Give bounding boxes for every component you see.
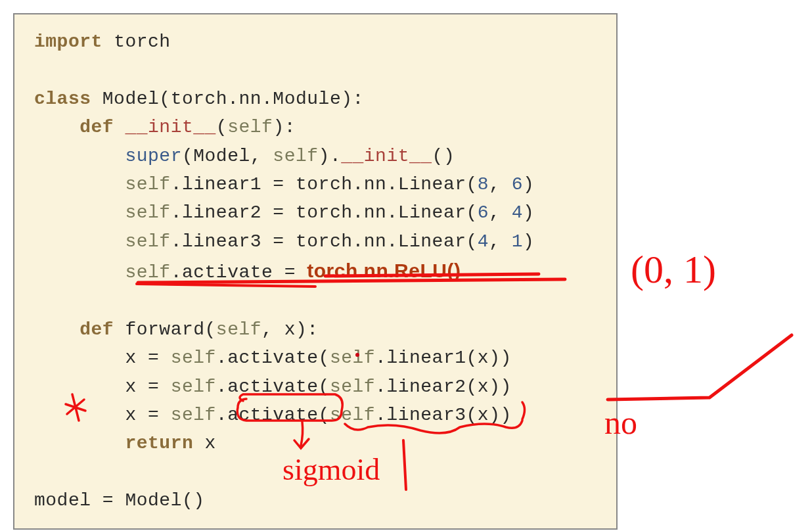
code-line-blank [34,56,597,84]
code-line-7: self.linear2 = torch.nn.Linear(6, 4) [34,198,597,227]
code-line-4: def __init__(self): [34,113,597,141]
code-line-11: def forward(self, x): [34,315,597,344]
code-line-14: x = self.activate(self.linear3(x)) [34,401,597,429]
code-line-6: self.linear1 = torch.nn.Linear(8, 6) [34,170,597,198]
code-block: import torch class Model(torch.nn.Module… [13,13,618,530]
code-line-9: self.activate = torch.nn.ReLU() [34,256,597,287]
code-line-15: return x [34,429,597,457]
code-line-17: model = Model() [34,486,597,515]
code-line-8: self.linear3 = torch.nn.Linear(4, 1) [34,227,597,256]
code-line-blank3 [34,458,597,486]
relu-emphasis: torch.nn.ReLU() [307,260,461,281]
code-line-3: class Model(torch.nn.Module): [34,85,597,113]
code-line-13: x = self.activate(self.linear2(x)) [34,373,597,401]
code-line-1: import torch [34,28,597,56]
annotation-range: (0, 1) [631,248,716,291]
code-line-5: super(Model, self).__init__() [34,142,597,170]
code-line-12: x = self.activate(self.linear1(x)) [34,344,597,372]
code-line-blank2 [34,287,597,315]
